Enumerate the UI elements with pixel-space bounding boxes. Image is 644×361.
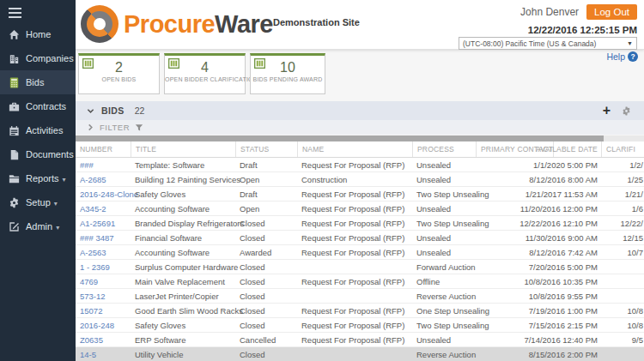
scrollbar-thumb[interactable] (76, 135, 604, 141)
table-row[interactable]: 4769Main Valve ReplacementClosedRequest … (76, 274, 644, 289)
timezone-select[interactable]: (UTC-08:00) Pacific Time (US & Canada) ▼ (459, 37, 637, 50)
table-row[interactable]: 14-5Utility VehicleClosedReverse Auction… (76, 347, 644, 361)
bid-number-link[interactable]: 2016-248 (80, 321, 114, 330)
table-row[interactable]: 1 - 2369Surplus Computer HardwareClosedF… (76, 260, 644, 274)
bids-table-body: ###Template: SoftwareDraftRequest For Pr… (76, 158, 644, 361)
cell-number: A1-25691 (76, 216, 131, 230)
sidebar-item-contracts[interactable]: Contracts (0, 94, 76, 118)
card-bids-pending-award[interactable]: 10 BIDS PENDING AWARD (250, 53, 325, 94)
cell-clarifications: 12/22/ (601, 216, 644, 230)
bid-number-link[interactable]: A1-25691 (80, 219, 115, 228)
table-header-row[interactable]: NUMBERTITLESTATUSNAMEPROCESSPRIMARY CONT… (76, 141, 644, 158)
table-row[interactable]: ### 3487Financial SoftwareClosedRequest … (76, 231, 644, 245)
column-header-title[interactable]: TITLE (131, 141, 235, 157)
cell-available_date: 8/12/2016 7:42 AM (553, 245, 601, 259)
bids-panel-header[interactable]: BIDS 22 + (76, 101, 644, 120)
bid-number-link[interactable]: 15072 (80, 306, 102, 316)
column-header-process[interactable]: PROCESS (412, 141, 476, 157)
card-open-bids[interactable]: 2 OPEN BIDS (78, 53, 160, 94)
cell-clarifications: 1/2/ (601, 158, 644, 171)
cell-number: A-2685 (76, 172, 131, 186)
cell-status: Awarded (235, 245, 297, 259)
contracts-icon (8, 100, 21, 113)
bid-number-link[interactable]: Z0635 (80, 335, 103, 345)
bid-number-link[interactable]: 573-12 (80, 292, 106, 301)
column-header-status[interactable]: STATUS (235, 141, 297, 157)
table-row[interactable]: 15072Good Earth Slim Wood RacksClosedReq… (76, 304, 644, 318)
summary-cards: 2 OPEN BIDS 4 OPEN BIDDER CLARIFICATIONS… (78, 53, 325, 94)
table-row[interactable]: A345-2Accounting SoftwareOpenRequest For… (76, 202, 644, 216)
cell-process: One Step Unsealing (412, 304, 476, 317)
ledger-icon (168, 58, 179, 69)
sidebar-item-home[interactable]: Home (0, 22, 76, 46)
cell-title: ERP Software (131, 333, 235, 346)
bid-number-link[interactable]: 4769 (80, 277, 98, 286)
sidebar-item-admin[interactable]: Admin▾ (0, 214, 76, 238)
column-header-clarifications[interactable]: CLARIFI (601, 141, 644, 157)
hamburger-menu-icon[interactable] (9, 8, 21, 21)
table-row[interactable]: 573-12LaserJet Printer/CopierClosedRever… (76, 289, 644, 304)
cell-process: Unsealed (412, 231, 476, 244)
sidebar-item-documents[interactable]: Documents (0, 142, 76, 166)
table-row[interactable]: ###Template: SoftwareDraftRequest For Pr… (76, 158, 644, 172)
table-row[interactable]: 2016-248Safety GlovesClosedRequest For P… (76, 318, 644, 333)
cell-clarifications (601, 289, 644, 303)
cell-process: Unsealed (412, 245, 476, 259)
cell-name: Request For Proposal (RFP) (297, 245, 412, 259)
cell-number: A345-2 (76, 202, 131, 215)
bids-panel-title: BIDS (101, 105, 125, 116)
sidebar-item-activities[interactable]: Activities (0, 118, 76, 142)
bid-number-link[interactable]: 14-5 (80, 350, 96, 359)
bids-icon (8, 76, 21, 89)
column-header-number[interactable]: NUMBER (76, 141, 131, 157)
cell-clarifications: 10/8 (601, 318, 644, 332)
cell-clarifications: 9/5 (601, 333, 644, 346)
card-open-bidder-clarifications[interactable]: 4 OPEN BIDDER CLARIFICATIONS (164, 53, 246, 94)
column-header-available_date[interactable]: AVAILABLE DATE (553, 141, 601, 157)
sidebar-item-reports[interactable]: Reports▾ (0, 166, 76, 190)
bid-number-link[interactable]: A-2685 (80, 175, 106, 184)
help-link[interactable]: Help ? (606, 51, 638, 62)
cell-available_date: 10/8/2016 10:35 PM (553, 274, 601, 288)
table-row[interactable]: A-2563Accounting SoftwareAwardedRequest … (76, 245, 644, 260)
cell-available_date: 7/15/2016 2:15 PM (553, 318, 601, 332)
cell-name: Request For Proposal (RFP) (297, 304, 412, 317)
sidebar-item-companies[interactable]: Companies (0, 46, 76, 70)
cell-status: Closed (235, 216, 297, 230)
bid-number-link[interactable]: A345-2 (80, 204, 106, 214)
cell-process: Unsealed (412, 172, 476, 186)
horizontal-scrollbar[interactable] (76, 135, 644, 141)
cell-clarifications (601, 260, 644, 274)
cell-status: Open (235, 202, 297, 215)
grid-settings-icon[interactable] (621, 105, 632, 117)
cell-name: Request For Proposal (RFP) (297, 318, 412, 332)
sidebar-item-setup[interactable]: Setup▾ (0, 190, 76, 214)
column-header-name[interactable]: NAME (297, 141, 412, 157)
cell-clarifications: 1/25 (601, 172, 644, 186)
cell-name (297, 289, 412, 303)
table-row[interactable]: Z0635ERP SoftwareCancelledRequest For Pr… (76, 333, 644, 347)
logout-button[interactable]: Log Out (586, 4, 637, 20)
bid-number-link[interactable]: 1 - 2369 (80, 262, 110, 272)
reports-icon (8, 172, 21, 185)
cell-available_date: 10/8/2016 9:55 PM (553, 289, 601, 303)
cell-name: Request For Proposal (RFP) (297, 158, 412, 171)
bid-number-link[interactable]: ### (80, 160, 94, 170)
table-row[interactable]: A-2685Building 12 Painting ServicesOpenC… (76, 172, 644, 187)
cell-clarifications: 10/7 (601, 245, 644, 259)
bid-number-link[interactable]: A-2563 (80, 248, 106, 257)
add-bid-button[interactable]: + (603, 104, 611, 117)
cell-status: Closed (235, 304, 297, 317)
bid-number-link[interactable]: 2016-248-Clone (80, 190, 138, 199)
cell-status: Closed (235, 289, 297, 303)
table-row[interactable]: 2016-248-CloneSafety GlovesDraftRequest … (76, 187, 644, 202)
cell-status: Open (235, 172, 297, 186)
bid-number-link[interactable]: ### 3487 (80, 233, 114, 243)
table-row[interactable]: A1-25691Branded Display RefrigeratorsClo… (76, 216, 644, 231)
cell-number: 2016-248 (76, 318, 131, 332)
companies-icon (8, 52, 21, 65)
filter-bar[interactable]: FILTER (76, 120, 644, 135)
sidebar-item-bids[interactable]: Bids (0, 70, 76, 94)
procureware-logo[interactable]: ProcureWare (81, 5, 273, 43)
cell-name: Request For Proposal (RFP) (297, 202, 412, 215)
